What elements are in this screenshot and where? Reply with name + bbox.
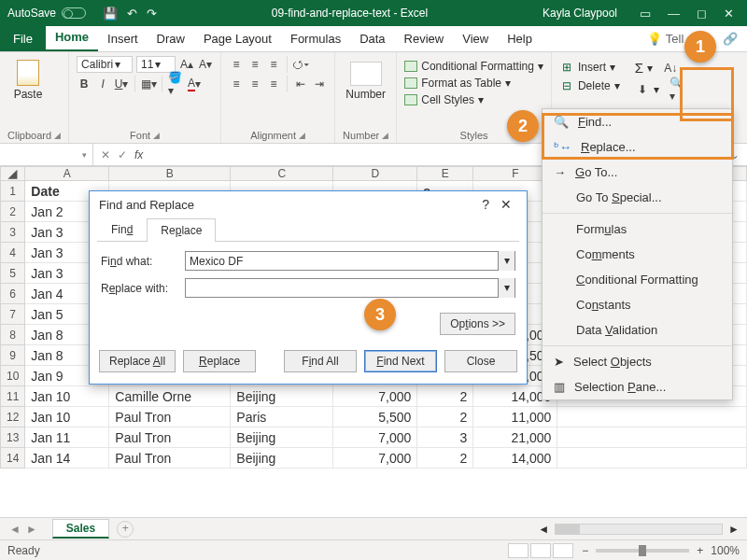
number-format-button[interactable]: Number xyxy=(343,56,388,101)
find-what-input[interactable]: Mexico DF▾ xyxy=(185,251,515,271)
new-sheet-button[interactable]: + xyxy=(117,521,134,538)
tab-insert[interactable]: Insert xyxy=(98,27,148,51)
menu-selection-pane[interactable]: ▥Selection Pane... xyxy=(543,374,732,399)
tab-home[interactable]: Home xyxy=(46,25,98,51)
col-header[interactable]: C xyxy=(231,167,333,181)
cell[interactable]: 21,000 xyxy=(473,427,557,448)
cell[interactable]: Beijing xyxy=(231,427,333,448)
tab-review[interactable]: Review xyxy=(395,27,454,51)
row-header[interactable]: 12 xyxy=(1,407,25,427)
replace-with-input[interactable]: ▾ xyxy=(185,278,515,298)
align-top-icon[interactable]: ≡ xyxy=(229,57,244,72)
menu-goto[interactable]: →Go To... xyxy=(543,160,732,185)
row-header[interactable]: 2 xyxy=(1,202,25,222)
undo-icon[interactable]: ↶ xyxy=(127,7,137,21)
dialog-help-icon[interactable]: ? xyxy=(476,197,495,212)
dialog-launcher-icon[interactable]: ◢ xyxy=(382,131,388,140)
cell[interactable]: Jan 11 xyxy=(25,427,109,448)
cell[interactable] xyxy=(557,407,747,427)
dialog-tab-find[interactable]: Find xyxy=(97,217,147,241)
minimize-icon[interactable]: — xyxy=(668,7,680,21)
align-left-icon[interactable]: ≡ xyxy=(229,77,244,91)
tab-help[interactable]: Help xyxy=(498,27,542,51)
chevron-down-icon[interactable]: ▾ xyxy=(498,278,514,298)
tab-view[interactable]: View xyxy=(453,27,498,51)
font-name-combo[interactable]: Calibri ▾ xyxy=(77,56,133,73)
cell[interactable]: Jan 10 xyxy=(25,386,109,407)
fill-color-icon[interactable]: 🪣▾ xyxy=(168,77,183,91)
cell[interactable]: Paris xyxy=(231,407,333,427)
underline-icon[interactable]: U▾ xyxy=(114,77,129,91)
close-icon[interactable]: ✕ xyxy=(724,7,734,21)
tab-formulas[interactable]: Formulas xyxy=(281,27,350,51)
name-box[interactable]: ▾ xyxy=(0,144,93,165)
chevron-down-icon[interactable]: ▾ xyxy=(498,251,514,271)
grow-font-icon[interactable]: A▴ xyxy=(179,57,194,72)
zoom-level[interactable]: 100% xyxy=(711,544,740,557)
insert-cells-button[interactable]: ⊞Insert▾ xyxy=(559,60,620,75)
cancel-icon[interactable]: ✕ xyxy=(101,148,110,161)
page-break-view-icon[interactable] xyxy=(553,543,573,558)
cell[interactable]: 2 xyxy=(417,448,473,469)
row-header[interactable]: 11 xyxy=(1,386,25,407)
cell[interactable]: Camille Orne xyxy=(109,386,231,407)
cell[interactable]: 11,000 xyxy=(473,407,557,427)
bold-icon[interactable]: B xyxy=(77,77,92,91)
italic-icon[interactable]: I xyxy=(95,77,110,91)
col-header[interactable]: B xyxy=(109,167,231,181)
scroll-left-icon[interactable]: ◄ xyxy=(538,523,549,536)
autosave-toggle[interactable]: AutoSave xyxy=(0,7,93,20)
select-all-corner[interactable]: ◢ xyxy=(1,167,25,181)
row-header[interactable]: 6 xyxy=(1,284,25,304)
row-header[interactable]: 5 xyxy=(1,263,25,284)
col-header[interactable]: D xyxy=(333,167,417,181)
row-header[interactable]: 10 xyxy=(1,366,25,386)
dialog-launcher-icon[interactable]: ◢ xyxy=(299,131,305,140)
enter-icon[interactable]: ✓ xyxy=(118,148,127,161)
save-icon[interactable]: 💾 xyxy=(103,7,118,21)
cell[interactable]: Beijing xyxy=(231,448,333,469)
menu-validation[interactable]: Data Validation xyxy=(543,317,732,343)
cell[interactable]: Jan 10 xyxy=(25,407,109,427)
increase-indent-icon[interactable]: ⇥ xyxy=(312,77,327,91)
zoom-slider[interactable] xyxy=(596,549,689,553)
menu-comments[interactable]: Comments xyxy=(543,242,732,267)
row-header[interactable]: 13 xyxy=(1,427,25,448)
cell[interactable]: 7,000 xyxy=(333,386,417,407)
zoom-out-icon[interactable]: − xyxy=(582,544,588,557)
tab-data[interactable]: Data xyxy=(350,27,394,51)
cell[interactable]: 7,000 xyxy=(333,448,417,469)
row-header[interactable]: 14 xyxy=(1,448,25,469)
replace-all-button[interactable]: Replace All xyxy=(99,350,176,372)
align-middle-icon[interactable]: ≡ xyxy=(247,57,262,72)
find-next-button[interactable]: Find Next xyxy=(364,350,437,372)
cell[interactable]: Paul Tron xyxy=(109,407,231,427)
align-bottom-icon[interactable]: ≡ xyxy=(266,57,281,72)
tab-draw[interactable]: Draw xyxy=(148,27,194,51)
col-header[interactable]: E xyxy=(417,167,473,181)
paste-button[interactable]: Paste xyxy=(7,56,49,101)
close-button[interactable]: Close xyxy=(444,350,517,372)
delete-cells-button[interactable]: ⊟Delete▾ xyxy=(559,78,620,93)
ribbon-options-icon[interactable]: ▭ xyxy=(640,7,651,21)
menu-constants[interactable]: Constants xyxy=(543,292,732,317)
row-header[interactable]: 1 xyxy=(1,181,25,202)
page-layout-view-icon[interactable] xyxy=(530,543,551,558)
cell[interactable]: Paul Tron xyxy=(109,448,231,469)
sheet-prev-icon[interactable]: ◄ xyxy=(9,523,21,536)
cell[interactable]: 3 xyxy=(417,427,473,448)
tab-page-layout[interactable]: Page Layout xyxy=(194,27,281,51)
cell[interactable]: Jan 14 xyxy=(25,448,109,469)
fill-icon[interactable]: ⬇ xyxy=(635,82,650,97)
options-button[interactable]: Options >> xyxy=(440,313,515,335)
row-header[interactable]: 9 xyxy=(1,345,25,366)
horizontal-scrollbar[interactable] xyxy=(555,524,723,535)
cell[interactable]: 14,000 xyxy=(473,448,557,469)
format-as-table-button[interactable]: Format as Table▾ xyxy=(404,77,543,90)
align-center-icon[interactable]: ≡ xyxy=(247,77,262,91)
redo-icon[interactable]: ↷ xyxy=(147,7,157,21)
row-header[interactable]: 3 xyxy=(1,222,25,243)
find-select-icon[interactable]: 🔍▾ xyxy=(669,82,684,97)
shrink-font-icon[interactable]: A▾ xyxy=(198,57,213,72)
maximize-icon[interactable]: ◻ xyxy=(697,7,707,21)
